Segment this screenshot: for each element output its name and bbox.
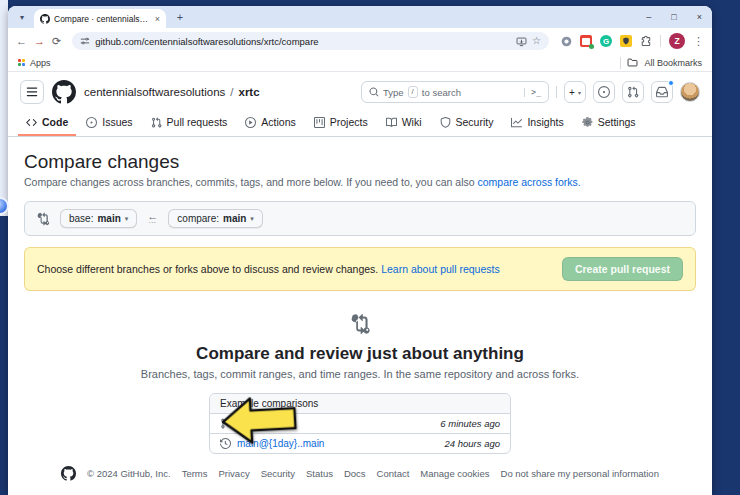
tab-search-button[interactable]: ▾ — [14, 9, 30, 25]
gear-icon — [582, 117, 593, 128]
footer-link-do-not-share[interactable]: Do not share my personal information — [501, 468, 659, 479]
all-bookmarks-button[interactable]: All Bookmarks — [644, 58, 702, 68]
extensions-puzzle-icon[interactable] — [640, 35, 652, 47]
footer-link-security[interactable]: Security — [261, 468, 295, 479]
chrome-profile-avatar[interactable]: Z — [669, 33, 685, 49]
tab-wiki[interactable]: Wiki — [378, 110, 430, 136]
branch-selector-box: base: main ▾ ← … compare: main ▾ — [24, 201, 696, 236]
issue-opened-icon — [598, 86, 610, 98]
breadcrumb-repo[interactable]: xrtc — [238, 86, 259, 98]
notifications-inbox-button[interactable] — [651, 81, 673, 103]
issue-opened-icon — [86, 117, 97, 128]
tab-strip: ▾ Compare · centennialsoftwares × + – □ … — [8, 6, 712, 28]
footer-link-privacy[interactable]: Privacy — [219, 468, 250, 479]
example-comparison-link[interactable]: austin — [237, 418, 264, 429]
minimize-button[interactable]: – — [646, 12, 651, 22]
close-button[interactable]: × — [697, 12, 702, 22]
base-branch-dropdown[interactable]: base: main ▾ — [60, 209, 137, 228]
learn-about-pull-requests-link[interactable]: Learn about pull requests — [381, 263, 500, 275]
github-page: centennialsoftwaresolutions / xrtc Type … — [8, 72, 712, 495]
tab-pull-requests[interactable]: Pull requests — [143, 110, 236, 136]
hamburger-menu-button[interactable] — [20, 80, 44, 104]
browser-tab[interactable]: Compare · centennialsoftwares × — [34, 9, 166, 28]
extensions-area: G Z ⋮ — [560, 33, 704, 49]
browser-menu-kebab-icon[interactable]: ⋮ — [693, 35, 704, 48]
example-comparison-time: 6 minutes ago — [440, 418, 500, 429]
extension-calendar-icon[interactable] — [580, 35, 592, 47]
address-bar[interactable]: github.com/centennialsoftwaresolutions/x… — [72, 32, 549, 50]
new-tab-button[interactable]: + — [172, 9, 188, 25]
example-comparison-link[interactable]: main@{1day}..main — [237, 438, 324, 449]
table-row: austin 6 minutes ago — [210, 414, 510, 433]
create-pull-request-button[interactable]: Create pull request — [562, 257, 683, 281]
breadcrumb: centennialsoftwaresolutions / xrtc — [84, 86, 260, 98]
compare-content: Compare changes Compare changes across b… — [8, 137, 712, 454]
footer-copyright: © 2024 GitHub, Inc. — [87, 468, 171, 479]
github-header: centennialsoftwaresolutions / xrtc Type … — [8, 72, 712, 110]
code-icon — [26, 117, 37, 128]
blankslate: Compare and review just about anything B… — [24, 313, 696, 454]
git-branch-icon — [220, 418, 231, 429]
bookmark-star-icon[interactable]: ☆ — [532, 36, 541, 46]
breadcrumb-separator: / — [230, 86, 233, 98]
footer-link-contact[interactable]: Contact — [377, 468, 410, 479]
background-window-sliver — [0, 0, 8, 216]
forward-button[interactable]: → — [34, 36, 45, 47]
extension-grammarly-icon[interactable]: G — [600, 35, 612, 47]
apps-grid-icon — [18, 59, 25, 66]
command-palette-icon[interactable]: >_ — [524, 88, 541, 97]
compare-across-forks-link[interactable]: compare across forks. — [478, 176, 581, 188]
search-input[interactable]: Type / to search >_ — [361, 81, 549, 103]
notification-dot — [668, 80, 674, 86]
tab-actions[interactable]: Actions — [237, 110, 303, 136]
git-compare-icon — [349, 313, 371, 335]
shield-icon — [440, 117, 451, 128]
browser-toolbar: ← → ⟳ github.com/centennialsoftwaresolut… — [8, 28, 712, 54]
search-placeholder-suffix: to search — [422, 87, 461, 98]
create-new-button[interactable]: + ▾ — [564, 81, 586, 103]
github-favicon — [40, 14, 50, 24]
graph-icon — [511, 117, 522, 128]
bookmarks-bar: Apps All Bookmarks — [8, 54, 712, 72]
tab-security[interactable]: Security — [432, 110, 502, 136]
compare-range-indicator: ← … — [147, 213, 158, 223]
back-button[interactable]: ← — [16, 36, 27, 47]
blankslate-title: Compare and review just about anything — [24, 344, 696, 364]
tab-issues[interactable]: Issues — [78, 110, 140, 136]
git-pull-request-icon — [627, 86, 639, 98]
reload-button[interactable]: ⟳ — [52, 36, 61, 47]
breadcrumb-owner[interactable]: centennialsoftwaresolutions — [84, 86, 225, 98]
caret-down-icon: ▾ — [250, 215, 254, 223]
maximize-button[interactable]: □ — [671, 12, 676, 22]
extension-generic-icon[interactable] — [560, 35, 572, 47]
footer-link-status[interactable]: Status — [306, 468, 333, 479]
footer-link-manage-cookies[interactable]: Manage cookies — [420, 468, 489, 479]
example-comparison-time: 24 hours ago — [445, 438, 500, 449]
user-avatar[interactable] — [680, 82, 700, 102]
footer-link-terms[interactable]: Terms — [182, 468, 208, 479]
compare-branch-dropdown[interactable]: compare: main ▾ — [168, 209, 263, 228]
extension-shield-icon[interactable] — [620, 35, 632, 47]
github-logo-icon[interactable] — [52, 80, 76, 104]
issues-global-button[interactable] — [593, 81, 615, 103]
send-to-device-icon[interactable] — [516, 36, 527, 47]
page-title: Compare changes — [24, 151, 696, 173]
tab-projects[interactable]: Projects — [306, 110, 376, 136]
footer-link-docs[interactable]: Docs — [344, 468, 366, 479]
tab-close-icon[interactable]: × — [155, 14, 160, 24]
choose-branches-banner: Choose different branches or forks above… — [24, 247, 696, 291]
play-icon — [245, 117, 256, 128]
search-icon — [369, 87, 379, 97]
tab-settings[interactable]: Settings — [574, 110, 644, 136]
tab-title: Compare · centennialsoftwares — [54, 14, 151, 24]
tab-insights[interactable]: Insights — [503, 110, 571, 136]
apps-shortcut[interactable]: Apps — [30, 58, 51, 68]
window-controls: – □ × — [646, 6, 702, 28]
site-settings-icon[interactable] — [80, 36, 90, 46]
pull-requests-global-button[interactable] — [622, 81, 644, 103]
folder-icon — [627, 57, 638, 68]
tab-code[interactable]: Code — [18, 110, 76, 136]
search-placeholder-prefix: Type — [383, 87, 404, 98]
caret-down-icon: ▾ — [578, 89, 581, 96]
inbox-icon — [656, 86, 668, 98]
